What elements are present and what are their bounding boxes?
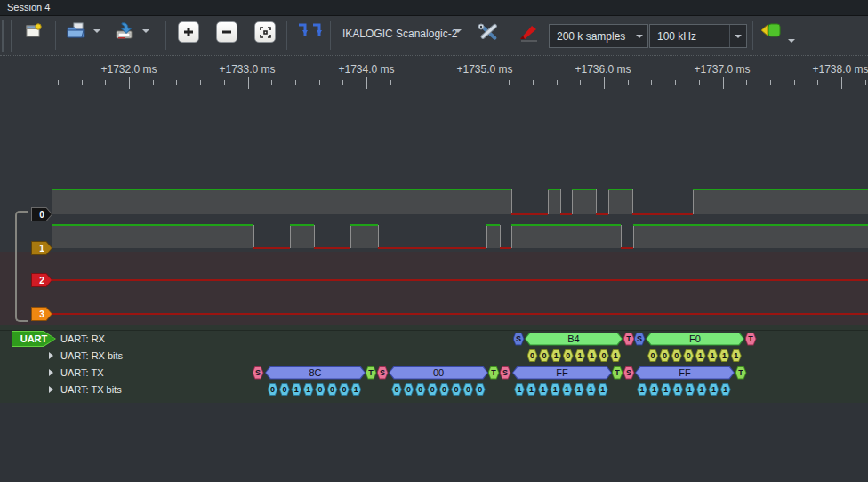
chevron-down-icon xyxy=(93,29,100,33)
wave-segment-ch1 xyxy=(253,247,290,249)
wave-segment-ch1 xyxy=(500,247,511,249)
ruler-tick xyxy=(675,80,676,85)
wave-edge xyxy=(378,225,379,248)
channel-tag-label: 1 xyxy=(32,242,52,254)
new-session-icon xyxy=(24,21,44,41)
capture-dropdown[interactable] xyxy=(788,39,795,43)
ruler-tick xyxy=(509,80,510,85)
uart-bit-value: 0 xyxy=(416,384,425,395)
uart-bit-value: 1 xyxy=(719,350,728,361)
uart-bit-value: 1 xyxy=(708,350,717,361)
chevron-down-icon xyxy=(454,29,462,33)
cursor-line[interactable] xyxy=(52,55,52,482)
uart-byte-frame[interactable]: FF xyxy=(635,366,735,380)
zoom-out-button[interactable] xyxy=(216,21,237,43)
wave-high-fill xyxy=(350,226,378,248)
ruler-tick xyxy=(533,80,534,85)
decoder-row-label[interactable]: UART: TX xyxy=(60,367,104,378)
channel-tag-label: 2 xyxy=(32,274,52,286)
app-window: Session 4 xyxy=(0,0,868,482)
wave-segment-ch0 xyxy=(596,213,608,215)
ruler-tick xyxy=(366,77,367,89)
wave-segment-ch1 xyxy=(350,224,378,226)
save-button[interactable] xyxy=(114,21,136,41)
decoder-row-label[interactable]: UART: RX bits xyxy=(60,350,123,361)
uart-byte-value: 8C xyxy=(266,367,365,379)
wave-segment-ch0 xyxy=(632,213,693,215)
uart-bit-value: 0 xyxy=(280,384,289,395)
ruler-time-label: +1738.0 ms xyxy=(812,63,868,76)
uart-bit-value: 0 xyxy=(404,384,413,395)
uart-bit-value: 0 xyxy=(392,384,401,395)
toolbar-separator xyxy=(330,21,331,50)
uart-bit-value: 1 xyxy=(686,384,695,395)
device-settings-button[interactable] xyxy=(477,21,500,43)
save-icon xyxy=(114,21,136,41)
trigger-edge-button[interactable] xyxy=(297,21,324,39)
uart-byte-frame[interactable]: FF xyxy=(512,366,612,380)
wave-edge xyxy=(633,225,634,248)
trigger-probe-button[interactable] xyxy=(518,21,541,43)
device-select[interactable]: IKALOGIC Scanalogic-2 xyxy=(342,28,457,40)
ruler-tick xyxy=(746,80,747,85)
ruler-tick xyxy=(271,80,272,85)
wave-edge xyxy=(290,225,291,248)
uart-bit-value: 1 xyxy=(304,384,313,395)
open-dropdown[interactable] xyxy=(93,29,100,33)
wave-high-fill xyxy=(52,226,253,248)
waveform-area[interactable] xyxy=(0,89,868,482)
uart-bit-value: 0 xyxy=(564,350,573,361)
wave-segment-ch0 xyxy=(572,189,596,190)
wave-segment-ch1 xyxy=(290,224,314,226)
ruler-tick xyxy=(295,80,296,85)
chevron-down-icon xyxy=(636,35,643,38)
uart-marker-letter: T xyxy=(613,367,623,379)
open-button[interactable] xyxy=(66,21,88,41)
decoder-row-label[interactable]: UART: RX xyxy=(60,333,105,344)
uart-bit-value: 0 xyxy=(269,384,277,395)
uart-bit-value: 0 xyxy=(660,350,669,361)
uart-bit-value: 1 xyxy=(575,384,583,395)
uart-bit-value: 0 xyxy=(316,384,325,395)
zoom-in-button[interactable] xyxy=(178,21,199,43)
ruler-tick xyxy=(319,80,320,85)
ruler-tick xyxy=(794,80,795,85)
save-dropdown[interactable] xyxy=(142,29,149,33)
wave-edge xyxy=(608,189,609,214)
uart-bit-value: 0 xyxy=(648,350,657,361)
uart-byte-frame[interactable]: F0 xyxy=(646,333,744,346)
timeline-ruler[interactable]: +1732.0 ms+1733.0 ms+1734.0 ms+1735.0 ms… xyxy=(0,55,868,90)
new-session-button[interactable] xyxy=(24,21,44,41)
uart-bit-value: 1 xyxy=(563,384,572,395)
ruler-tick xyxy=(224,80,225,85)
zoom-fit-button[interactable] xyxy=(254,21,276,43)
wave-segment-ch0 xyxy=(511,213,548,215)
tools-icon xyxy=(477,21,500,43)
uart-bit-value: 1 xyxy=(709,384,718,395)
start-capture-button[interactable] xyxy=(760,21,784,39)
ruler-tick xyxy=(817,80,818,85)
uart-byte-frame[interactable]: 8C xyxy=(265,366,366,380)
wave-edge xyxy=(314,225,315,248)
wave-segment-ch0 xyxy=(693,189,868,190)
uart-bit-value: 0 xyxy=(340,384,349,395)
uart-marker-letter: T xyxy=(366,367,376,379)
ruler-tick xyxy=(651,80,652,85)
uart-marker-letter: T xyxy=(736,367,746,379)
device-dropdown[interactable] xyxy=(454,29,462,33)
uart-bit-value: 1 xyxy=(611,350,620,361)
ruler-tick xyxy=(438,80,438,85)
uart-byte-frame[interactable]: 00 xyxy=(389,366,488,380)
uart-bit-value: 1 xyxy=(575,350,584,361)
wave-edge xyxy=(621,225,622,248)
uart-bit-value: 1 xyxy=(292,384,301,395)
uart-byte-frame[interactable]: B4 xyxy=(525,333,623,346)
uart-bit-value: 0 xyxy=(440,384,449,395)
samplerate-select-arrow xyxy=(729,25,746,47)
toolbar-grip-handle[interactable] xyxy=(2,20,12,52)
samples-select[interactable]: 200 k samples xyxy=(549,24,648,48)
wave-edge xyxy=(511,225,512,248)
decoder-row-label[interactable]: UART: TX bits xyxy=(60,384,122,395)
samplerate-select[interactable]: 100 kHz xyxy=(649,24,747,48)
ruler-tick xyxy=(841,77,842,89)
